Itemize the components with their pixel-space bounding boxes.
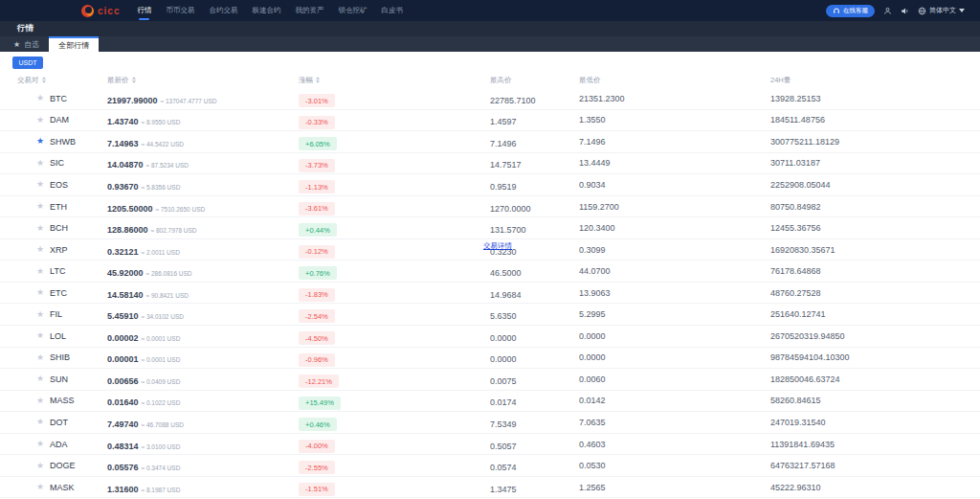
change-badge: +6.05% xyxy=(299,137,337,150)
page-title: 行情 xyxy=(17,23,33,34)
volume-24h: 247019.31540 xyxy=(770,418,980,427)
low-price: 0.0142 xyxy=(579,396,770,405)
sort-icon[interactable] xyxy=(132,77,136,83)
table-row-lol[interactable]: ★LOL0.00002≈ 0.0001 USD-4.50%0.00000.000… xyxy=(0,326,980,348)
low-price: 13.4449 xyxy=(579,158,770,168)
high-price-cell: 1.3475 xyxy=(490,479,579,496)
pair-symbol: SUN xyxy=(50,374,68,384)
favorite-star-icon-active[interactable]: ★ xyxy=(36,137,44,146)
latest-price: 45.92000 xyxy=(107,268,144,278)
nav-item-4[interactable]: 极速合约 xyxy=(252,0,280,21)
tab-favorites-label: 自选 xyxy=(24,39,39,50)
nav-item-2[interactable]: 币币交易 xyxy=(166,0,194,21)
favorite-star-icon[interactable]: ★ xyxy=(36,202,44,211)
table-row-mass[interactable]: ★MASS0.01640≈ 0.1022 USD+15.49%0.01740.0… xyxy=(0,391,980,413)
favorite-star-icon[interactable]: ★ xyxy=(36,397,44,405)
favorite-star-icon[interactable]: ★ xyxy=(36,245,44,254)
favorite-star-icon[interactable]: ★ xyxy=(36,116,44,125)
overlay-link[interactable]: 交易详情 xyxy=(483,241,512,251)
quote-filter-usdt-button[interactable]: USDT xyxy=(12,57,43,69)
table-row-mask[interactable]: ★MASK1.31600≈ 8.1987 USD-1.51%1.34751.25… xyxy=(0,477,980,499)
favorite-star-icon[interactable]: ★ xyxy=(36,94,44,102)
online-support-button[interactable]: 在线客服 xyxy=(826,5,875,17)
usd-approx: ≈ 0.1022 USD xyxy=(142,399,181,406)
latest-price: 14.04870 xyxy=(107,160,144,170)
low-price: 1159.2700 xyxy=(579,202,770,212)
column-header-1[interactable]: 交易对 xyxy=(0,76,107,85)
favorite-star-icon[interactable]: ★ xyxy=(36,353,44,362)
favorite-star-icon[interactable]: ★ xyxy=(36,180,44,189)
table-row-sic[interactable]: ★SIC14.04870≈ 87.5234 USD-3.73%14.751713… xyxy=(0,153,980,175)
table-row-ada[interactable]: ★ADA0.48314≈ 3.0100 USD-4.00%0.50570.460… xyxy=(0,434,980,456)
change-cell: -3.61% xyxy=(299,197,490,215)
tab-favorites[interactable]: ★ 自选 xyxy=(0,36,49,52)
usd-approx: ≈ 44.5422 USD xyxy=(142,141,184,147)
latest-price: 0.00002 xyxy=(107,333,139,343)
favorite-star-icon[interactable]: ★ xyxy=(36,462,44,470)
table-row-fil[interactable]: ★FIL5.45910≈ 34.0102 USD-2.54%5.63505.29… xyxy=(0,304,980,326)
user-icon[interactable] xyxy=(883,7,892,15)
pair-cell: ★EOS xyxy=(0,180,107,190)
favorite-star-icon[interactable]: ★ xyxy=(36,440,44,448)
tab-all-markets[interactable]: 全部行情 xyxy=(49,36,99,52)
nav-item-7[interactable]: 白皮书 xyxy=(381,0,403,21)
table-row-xrp[interactable]: ★XRP0.32121≈ 2.0011 USD-0.12%0.3230交易详情0… xyxy=(0,239,980,261)
column-header-label: 最低价 xyxy=(579,76,601,85)
usd-approx: ≈ 137047.4777 USD xyxy=(161,98,217,104)
high-price: 0.0000 xyxy=(490,333,517,343)
change-cell: -2.55% xyxy=(299,457,490,475)
table-row-dam[interactable]: ★DAM1.43740≈ 8.9550 USD-0.33%1.45971.355… xyxy=(0,110,980,132)
column-header-3[interactable]: 涨幅 xyxy=(299,76,490,85)
sort-icon[interactable] xyxy=(316,77,320,83)
favorite-star-icon[interactable]: ★ xyxy=(36,483,44,491)
change-badge: -2.55% xyxy=(299,461,335,474)
pair-symbol: SHWB xyxy=(50,137,76,147)
usd-approx: ≈ 802.7978 USD xyxy=(151,227,197,234)
nav-item-3[interactable]: 合约交易 xyxy=(209,0,237,21)
table-row-dot[interactable]: ★DOT7.49740≈ 46.7088 USD+0.46%7.53497.06… xyxy=(0,412,980,434)
column-header-label: 最高价 xyxy=(490,76,512,85)
table-row-shwb[interactable]: ★SHWB7.14963≈ 44.5422 USD+6.05%7.14967.1… xyxy=(0,131,980,153)
column-header-2[interactable]: 最新价 xyxy=(107,76,299,85)
sort-icon[interactable] xyxy=(42,77,46,83)
usd-approx: ≈ 34.0102 USD xyxy=(142,313,184,320)
low-price: 1.3550 xyxy=(579,115,770,125)
change-cell: -3.73% xyxy=(299,154,490,172)
navbar-right: 在线客服 简体中文 xyxy=(826,5,965,17)
favorite-star-icon[interactable]: ★ xyxy=(36,310,44,319)
pair-cell: ★DOGE xyxy=(0,461,107,470)
change-cell: +15.49% xyxy=(299,392,490,410)
table-row-eos[interactable]: ★EOS0.93670≈ 5.8356 USD-1.13%0.95190.903… xyxy=(0,174,980,196)
language-selector[interactable]: 简体中文 xyxy=(918,6,965,15)
announcement-speaker-icon[interactable] xyxy=(901,7,909,15)
change-badge: +15.49% xyxy=(299,397,341,410)
low-price: 1.2565 xyxy=(579,483,770,492)
nav-item-1[interactable]: 行情 xyxy=(137,0,151,21)
favorite-star-icon[interactable]: ★ xyxy=(36,159,44,168)
change-badge: -3.61% xyxy=(299,202,335,215)
table-row-doge[interactable]: ★DOGE0.05576≈ 0.3474 USD-2.55%0.05740.05… xyxy=(0,455,980,477)
tab-all-markets-label: 全部行情 xyxy=(58,40,89,51)
nav-item-6[interactable]: 锁仓挖矿 xyxy=(338,0,367,21)
nav-item-5[interactable]: 我的资产 xyxy=(295,0,323,21)
table-row-shib[interactable]: ★SHIB0.00001≈ 0.0001 USD-0.96%0.00000.00… xyxy=(0,348,980,370)
low-price: 0.0530 xyxy=(579,461,770,470)
table-row-btc[interactable]: ★BTC21997.99000≈ 137047.4777 USD-3.01%22… xyxy=(0,88,980,110)
table-row-etc[interactable]: ★ETC14.58140≈ 90.8421 USD-1.83%14.968413… xyxy=(0,283,980,305)
table-row-eth[interactable]: ★ETH1205.50000≈ 7510.2650 USD-3.61%1270.… xyxy=(0,196,980,218)
change-badge: +0.46% xyxy=(299,418,337,431)
brand-logo[interactable]: cicc xyxy=(81,5,120,17)
table-row-bch[interactable]: ★BCH128.86000≈ 802.7978 USD+0.44%131.570… xyxy=(0,217,980,239)
favorite-star-icon[interactable]: ★ xyxy=(36,418,44,426)
favorite-star-icon[interactable]: ★ xyxy=(36,224,44,233)
pair-symbol: LOL xyxy=(50,331,66,341)
favorite-star-icon[interactable]: ★ xyxy=(36,374,44,383)
table-row-sun[interactable]: ★SUN0.00656≈ 0.0409 USD-12.21%0.00750.00… xyxy=(0,369,980,391)
table-row-ltc[interactable]: ★LTC45.92000≈ 286.0816 USD+0.76%46.50004… xyxy=(0,261,980,283)
favorite-star-icon[interactable]: ★ xyxy=(36,267,44,276)
favorite-star-icon[interactable]: ★ xyxy=(36,331,44,340)
high-price: 1.4597 xyxy=(490,117,517,126)
change-cell: +6.05% xyxy=(299,133,490,151)
favorite-star-icon[interactable]: ★ xyxy=(36,288,44,297)
pair-symbol: DAM xyxy=(50,115,69,125)
